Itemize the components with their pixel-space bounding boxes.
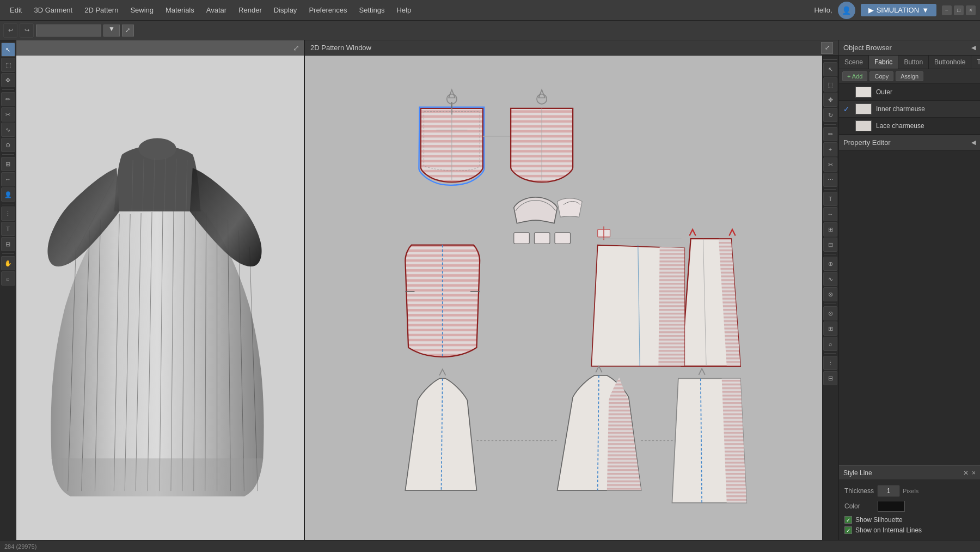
tool-2d-grain[interactable]: ⊗	[823, 287, 837, 301]
tool-zoom[interactable]: ⌕	[1, 271, 15, 286]
fabric-item-outer[interactable]: Outer	[839, 84, 980, 101]
tool-separator-2d-2	[824, 189, 836, 190]
simulation-icon: ▶	[868, 6, 874, 14]
tool-2d-arrow[interactable]: ↖	[823, 62, 837, 76]
menu-materials[interactable]: Materials	[160, 4, 200, 16]
add-fabric-button[interactable]: + Add	[842, 71, 867, 81]
fabric-swatch-inner	[855, 104, 872, 114]
tool-layers[interactable]: ⊟	[1, 237, 15, 251]
tool-select[interactable]: ↖	[1, 43, 15, 57]
pattern-2d-content	[305, 56, 822, 540]
toolbar-action-btn[interactable]: ▼	[103, 25, 120, 37]
style-line-close-icon[interactable]: ×	[972, 469, 976, 477]
tab-button[interactable]: Button	[898, 56, 929, 69]
color-swatch[interactable]	[878, 501, 905, 512]
fabric-item-inner[interactable]: ✓ Inner charmeuse	[839, 101, 980, 118]
menu-sewing[interactable]: Sewing	[125, 4, 159, 16]
tool-move[interactable]: ✥	[1, 73, 15, 87]
status-bar: 284 (29975)	[0, 540, 980, 552]
user-greeting: Hello,	[814, 6, 832, 14]
minimize-button[interactable]: −	[942, 5, 952, 15]
menu-preferences[interactable]: Preferences	[303, 4, 352, 16]
tool-separator-2d	[824, 124, 836, 125]
tab-scene[interactable]: Scene	[839, 56, 869, 69]
toolbar-expand-btn[interactable]: ⤢	[122, 25, 134, 37]
simulation-button[interactable]: ▶ SIMULATION ▼	[861, 4, 936, 16]
view-3d-expand[interactable]: ⤢	[293, 44, 299, 52]
tool-2d-measure[interactable]: ↔	[823, 207, 837, 221]
tool-2d-grid[interactable]: ⊞	[823, 322, 837, 336]
toolbar-redo[interactable]: ↪	[20, 23, 34, 38]
tool-2d-seam[interactable]: ⋯	[823, 173, 837, 187]
tool-2d-extra2[interactable]: ⊟	[823, 371, 837, 385]
tool-bezier[interactable]: ∿	[1, 123, 15, 137]
tool-hand[interactable]: ✋	[1, 256, 15, 270]
copy-fabric-button[interactable]: Copy	[869, 71, 893, 81]
toolbar-search-input[interactable]	[36, 25, 101, 37]
tool-2d-rotate[interactable]: ↻	[823, 108, 837, 122]
tool-drape[interactable]: ⋮	[1, 207, 15, 221]
tab-fabric[interactable]: Fabric	[869, 56, 898, 69]
tool-2d-extra1[interactable]: ⋮	[823, 356, 837, 370]
prop-collapse-icon[interactable]: ◀	[971, 139, 976, 146]
menu-2d-pattern[interactable]: 2D Pattern	[79, 4, 124, 16]
user-avatar[interactable]: 👤	[838, 2, 855, 19]
fabric-list: Outer ✓ Inner charmeuse Lace charmeuse	[839, 84, 980, 135]
toolbar-undo[interactable]: ↩	[3, 23, 17, 38]
show-internal-checkbox[interactable]	[844, 526, 852, 534]
tool-scissors[interactable]: ✂	[1, 107, 15, 122]
fabric-item-lace[interactable]: Lace charmeuse	[839, 118, 980, 135]
tool-2d-move[interactable]: ✥	[823, 93, 837, 107]
tool-transform[interactable]: ⬚	[1, 58, 15, 72]
thickness-input[interactable]	[878, 486, 899, 496]
svg-rect-40	[534, 233, 549, 244]
menu-settings[interactable]: Settings	[353, 4, 390, 16]
tool-pin[interactable]: ⊙	[1, 138, 15, 152]
pattern-piece-gore-2	[591, 245, 684, 366]
fabric-swatch-outer	[855, 87, 872, 98]
menu-help[interactable]: Help	[391, 4, 416, 16]
style-line-title: Style Line	[843, 469, 872, 477]
dress-3d-svg	[16, 40, 304, 540]
assign-fabric-button[interactable]: Assign	[896, 71, 923, 81]
tool-sep-d5	[824, 353, 836, 354]
tool-text[interactable]: T	[1, 222, 15, 236]
tool-2d-align[interactable]: ⊟	[823, 238, 837, 252]
tool-2d-layer[interactable]: ⊕	[823, 257, 837, 271]
tool-avatar[interactable]: 👤	[1, 187, 15, 202]
tool-2d-snap[interactable]: ⊙	[823, 306, 837, 320]
tool-2d-add[interactable]: +	[823, 142, 837, 156]
tool-2d-text[interactable]: T	[823, 192, 837, 206]
tool-2d-zoom[interactable]: ⌕	[823, 337, 837, 351]
fabric-check-outer	[843, 88, 851, 96]
tool-2d-cut[interactable]: ✂	[823, 157, 837, 172]
panel-collapse-icon[interactable]: ◀	[971, 44, 976, 51]
maximize-button[interactable]: □	[954, 5, 964, 15]
pattern-piece-front-skirt	[405, 245, 480, 357]
menu-3d-garment[interactable]: 3D Garment	[28, 4, 78, 16]
tool-2d-sewing[interactable]: ∿	[823, 272, 837, 286]
tool-2d-grading[interactable]: ⊞	[823, 222, 837, 236]
show-silhouette-checkbox[interactable]	[844, 516, 852, 524]
thickness-row: Thickness Pixels	[844, 486, 975, 496]
style-line-pin-icon[interactable]: ✕	[963, 469, 969, 477]
menu-avatar[interactable]: Avatar	[201, 4, 232, 16]
tool-2d-select[interactable]: ⬚	[823, 77, 837, 92]
view-3d-panel: ⤢	[16, 40, 305, 540]
tool-pencil[interactable]: ✏	[1, 92, 15, 106]
tab-topstitch[interactable]: Topstitch	[971, 56, 980, 69]
simulation-dropdown-icon[interactable]: ▼	[922, 6, 929, 14]
menu-edit[interactable]: Edit	[4, 4, 27, 16]
left-tool-panel: ↖ ⬚ ✥ ✏ ✂ ∿ ⊙ ⊞ ↔ 👤 ⋮ T ⊟ ✋ ⌕	[0, 40, 16, 540]
menu-display[interactable]: Display	[268, 4, 303, 16]
property-editor-content	[839, 150, 980, 465]
tool-measure[interactable]: ↔	[1, 172, 15, 186]
tool-2d-edit[interactable]: ✏	[823, 127, 837, 141]
tab-buttonhole[interactable]: Buttonhole	[929, 56, 971, 69]
tool-sep-d4	[824, 304, 836, 304]
close-button[interactable]: ×	[966, 5, 976, 15]
tool-divider	[823, 59, 837, 60]
menu-render[interactable]: Render	[233, 4, 267, 16]
tool-sewing[interactable]: ⊞	[1, 157, 15, 171]
pattern-expand-btn[interactable]: ⤢	[821, 42, 833, 54]
